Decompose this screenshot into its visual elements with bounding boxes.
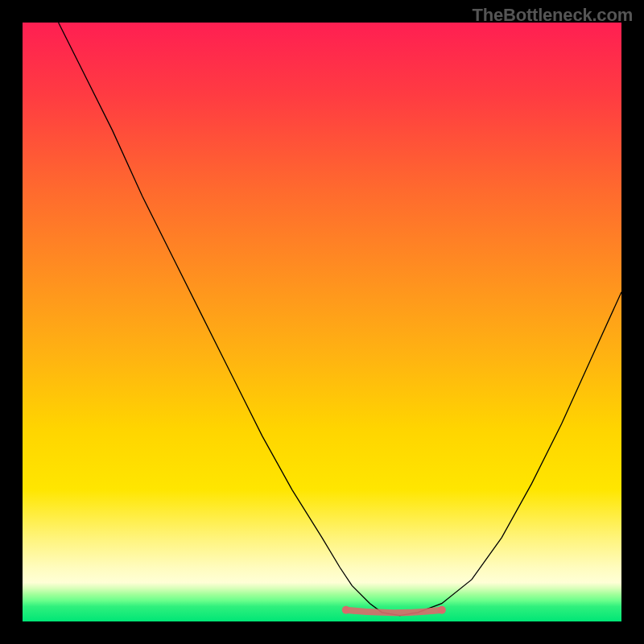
plot-area bbox=[23, 23, 621, 621]
optimal-zone-band bbox=[346, 610, 442, 613]
optimal-zone-endpoint-right bbox=[438, 606, 446, 614]
optimal-zone-endpoint-left bbox=[342, 606, 350, 614]
watermark-text: TheBottleneck.com bbox=[472, 5, 633, 26]
bottleneck-curve bbox=[59, 23, 621, 616]
plot-svg bbox=[23, 23, 621, 621]
chart-stage: TheBottleneck.com bbox=[0, 0, 644, 644]
